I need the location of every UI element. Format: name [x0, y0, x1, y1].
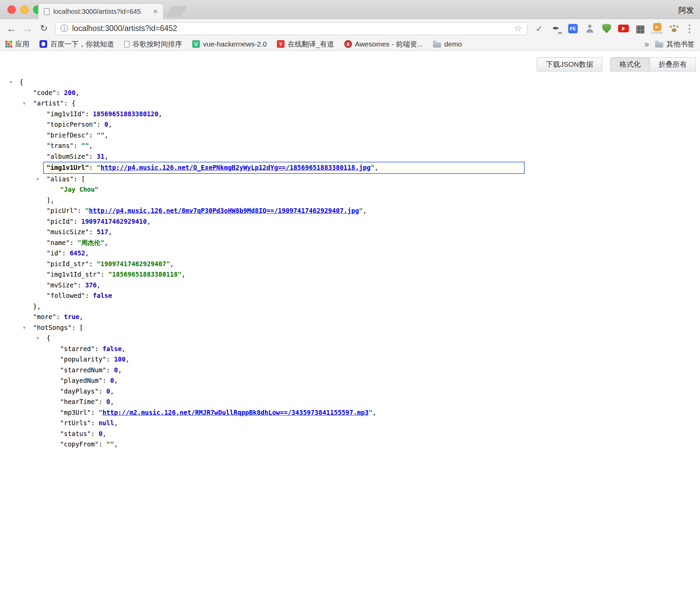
- json-line: "img1v1Id": 18569651883380120,: [0, 109, 700, 120]
- json-token-punct: :: [74, 218, 81, 225]
- json-token-punct: ,: [108, 121, 112, 128]
- folder-icon: [433, 42, 441, 48]
- qr-code-extension-icon[interactable]: ▦: [633, 21, 647, 37]
- json-token-key: "topicPerson": [47, 121, 97, 128]
- json-token-punct: :: [106, 355, 114, 363]
- json-token-punct: ,: [114, 440, 118, 448]
- json-token-key: "mp3Url": [60, 409, 91, 416]
- bookmark-demo-folder[interactable]: demo: [433, 40, 462, 48]
- tab-close-icon[interactable]: ×: [153, 7, 158, 15]
- json-token-key: "alias": [47, 175, 74, 183]
- bookmark-star-icon[interactable]: ☆: [514, 24, 522, 33]
- tab-title: localhost:3000/artists?id=645: [53, 8, 149, 15]
- close-window-button[interactable]: [7, 5, 16, 14]
- youtube-extension-icon[interactable]: [616, 21, 631, 37]
- player-extension-icon[interactable]: ▶ PLAYER: [650, 21, 664, 37]
- collapse-toggle-icon[interactable]: ▼: [23, 98, 26, 109]
- bookmark-apps[interactable]: 应用: [5, 39, 29, 49]
- json-token-str: "Jay Chou": [60, 186, 98, 193]
- json-token-key: "albumSize": [47, 153, 89, 160]
- json-token-str: "": [81, 142, 89, 149]
- player-caption: PLAYER: [651, 31, 663, 34]
- json-token-key: "img1v1Id_str": [47, 271, 100, 278]
- reload-button[interactable]: ↻: [36, 24, 52, 33]
- json-token-punct: ,: [170, 260, 174, 268]
- json-line: "copyFrom": "",: [0, 439, 700, 450]
- youdao-translate-extension-icon[interactable]: ✒ en: [549, 21, 563, 37]
- json-token-punct: [: [79, 324, 83, 331]
- json-token-punct: ,: [181, 271, 185, 278]
- collapse-toggle-icon[interactable]: ▼: [23, 322, 26, 333]
- forward-button[interactable]: →: [20, 24, 36, 34]
- json-token-punct: :: [85, 292, 93, 299]
- page-favicon-icon: [44, 8, 50, 15]
- browser-menu-button[interactable]: ⋮: [684, 24, 695, 34]
- json-token-punct: :: [98, 387, 106, 395]
- bookmark-awesomes[interactable]: A Awesomes - 前端资...: [344, 39, 423, 49]
- json-token-punct: :: [70, 239, 78, 246]
- youdao-badge: en: [558, 31, 562, 35]
- json-line: "picId_str": "19097417462929407",: [0, 259, 700, 270]
- json-line: "img1v1Id_str": "18569651883380118",: [0, 269, 700, 280]
- json-line: "musicSize": 517,: [0, 227, 700, 238]
- bookmarks-overflow-icon[interactable]: »: [644, 40, 649, 49]
- collapse-toggle-icon[interactable]: ▼: [36, 333, 39, 344]
- folder-icon: [655, 42, 663, 48]
- address-bar[interactable]: ⓘ localhost:3000/artists?id=6452 ☆: [55, 22, 527, 35]
- tab-strip: localhost:3000/artists?id=645 × 阿发: [0, 0, 700, 19]
- json-token-punct: ,: [118, 366, 122, 374]
- json-line: ▼"alias": [: [0, 174, 700, 185]
- browser-tab[interactable]: localhost:3000/artists?id=645 ×: [38, 3, 164, 19]
- new-tab-button[interactable]: [166, 6, 187, 17]
- json-token-punct: ],: [47, 196, 54, 204]
- json-url-link[interactable]: http://p4.music.126.net/Q_ExePNkmgB2yWyL…: [100, 164, 371, 171]
- json-token-punct: :: [74, 175, 81, 183]
- json-token-num: 31: [97, 153, 105, 160]
- page-content: 下载JSON数据 格式化 折叠所有 ▼{"code": 200,▼"artist…: [0, 51, 700, 450]
- json-token-punct: :: [91, 409, 99, 416]
- json-line: "Jay Chou": [0, 184, 700, 195]
- other-bookmarks-folder[interactable]: 其他书签: [655, 39, 695, 49]
- json-token-str: ": [85, 207, 89, 214]
- json-token-punct: ,: [114, 419, 118, 427]
- bookmark-baidu[interactable]: 百度一下，你就知道: [39, 39, 114, 49]
- bookmark-google-sort[interactable]: 谷歌按时间排序: [124, 39, 182, 49]
- bookmark-youdao-translate[interactable]: Y 在线翻译_有道: [277, 39, 334, 49]
- json-line: "albumSize": 31,: [0, 151, 700, 162]
- json-token-bool: false: [93, 292, 112, 299]
- download-json-button[interactable]: 下载JSON数据: [537, 57, 602, 71]
- json-token-key: "hearTime": [60, 398, 98, 405]
- collapse-toggle-icon[interactable]: ▼: [9, 77, 12, 88]
- json-line: "topicPerson": 0,: [0, 119, 700, 130]
- collapse-toggle-icon[interactable]: ▼: [36, 174, 39, 185]
- shield-extension-icon[interactable]: [600, 21, 614, 37]
- json-token-key: "picUrl": [47, 207, 78, 214]
- url-text[interactable]: localhost:3000/artists?id=6452: [72, 24, 510, 33]
- page-info-icon[interactable]: ⓘ: [60, 25, 68, 32]
- json-token-punct: ,: [104, 239, 108, 246]
- json-url-link[interactable]: http://m2.music.126.net/RMJR7wDullRqppBk…: [103, 409, 369, 416]
- json-token-punct: :: [64, 99, 72, 107]
- back-button[interactable]: ←: [3, 24, 20, 34]
- json-token-str: "18569651883380118": [108, 271, 181, 278]
- minimize-window-button[interactable]: [20, 5, 29, 14]
- collapse-all-button[interactable]: 折叠所有: [650, 57, 696, 71]
- checkmark-extension-icon[interactable]: ✓: [532, 21, 546, 37]
- json-token-key: "trans": [47, 142, 74, 149]
- bookmark-label: Awesomes - 前端资...: [355, 39, 423, 49]
- profile-person-icon[interactable]: [583, 21, 597, 37]
- paw-extension-icon[interactable]: [667, 21, 681, 37]
- json-token-punct: :: [89, 131, 97, 139]
- json-url-link[interactable]: http://p4.music.126.net/8mv7qP30Pd3oHW8b…: [89, 207, 359, 214]
- json-line: "popularity": 100,: [0, 354, 700, 365]
- json-token-str: "周杰伦": [78, 239, 105, 246]
- format-button[interactable]: 格式化: [610, 57, 650, 71]
- json-viewer-actions: 下载JSON数据 格式化 折叠所有: [0, 57, 700, 71]
- json-token-punct: :: [89, 228, 97, 236]
- bookmark-vue-hackernews[interactable]: V vue-hackernews-2.0: [192, 40, 267, 48]
- fe-extension-icon[interactable]: FE: [566, 21, 580, 37]
- json-line: "briefDesc": "",: [0, 130, 700, 141]
- json-token-key: "popularity": [60, 355, 106, 363]
- bookmark-label: vue-hackernews-2.0: [203, 40, 267, 48]
- json-token-punct: ,: [122, 345, 125, 352]
